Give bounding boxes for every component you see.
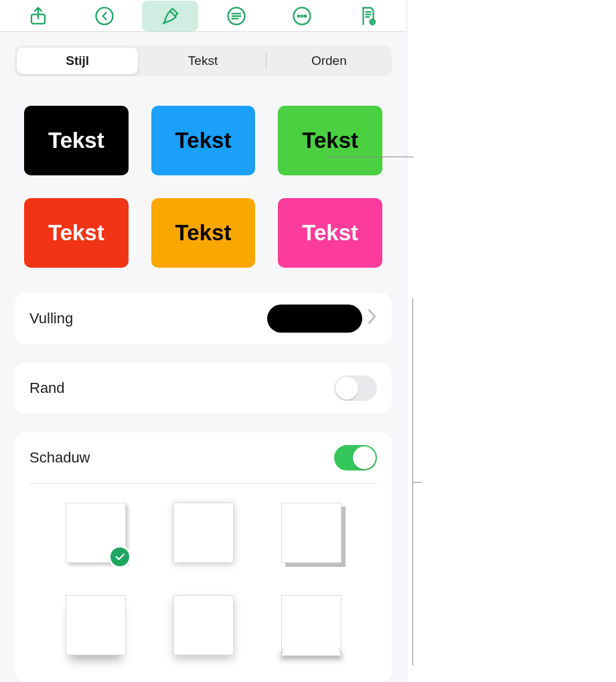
preset-label: Tekst xyxy=(302,220,358,246)
preset-label: Tekst xyxy=(48,220,104,246)
fill-value-group xyxy=(267,305,377,333)
tab-arrange[interactable]: Orden xyxy=(266,46,392,76)
border-card: Rand xyxy=(15,363,392,414)
shadow-option-6[interactable] xyxy=(281,595,341,655)
format-brush-icon[interactable] xyxy=(142,1,198,31)
preset-label: Tekst xyxy=(302,128,358,153)
style-presets-grid: Tekst Tekst Tekst Tekst Tekst Tekst xyxy=(0,76,406,273)
shadow-option-5[interactable] xyxy=(173,595,234,655)
fill-row[interactable]: Vulling xyxy=(15,293,392,344)
tab-text[interactable]: Tekst xyxy=(140,46,265,76)
shadow-toggle[interactable] xyxy=(334,445,377,471)
preset-black[interactable]: Tekst xyxy=(24,106,129,175)
border-label: Rand xyxy=(29,379,65,397)
document-view-icon[interactable] xyxy=(340,1,396,31)
shadow-option-3[interactable] xyxy=(281,503,341,563)
border-toggle[interactable] xyxy=(334,375,377,401)
format-inspector-panel: Stijl Tekst Orden Tekst Tekst Tekst Teks… xyxy=(0,0,407,682)
shadow-label: Schaduw xyxy=(29,449,90,466)
callout-bracket-tick xyxy=(412,482,422,483)
preset-orange[interactable]: Tekst xyxy=(151,198,256,268)
settings-section: Vulling Rand Schaduw xyxy=(0,273,406,682)
shadow-option-1[interactable] xyxy=(66,503,126,563)
fill-label: Vulling xyxy=(29,310,73,327)
undo-icon[interactable] xyxy=(76,1,133,31)
preset-green[interactable]: Tekst xyxy=(278,106,382,175)
inspector-tabs: Stijl Tekst Orden xyxy=(0,32,406,76)
svg-point-7 xyxy=(298,15,300,17)
preset-red[interactable]: Tekst xyxy=(24,198,129,268)
border-row: Rand xyxy=(15,363,392,414)
top-toolbar xyxy=(0,0,406,32)
shadow-option-4[interactable] xyxy=(66,595,126,655)
segmented-control: Stijl Tekst Orden xyxy=(15,46,392,76)
shadow-row: Schaduw xyxy=(15,432,392,483)
shadow-options-grid xyxy=(15,484,392,682)
menu-lines-icon[interactable] xyxy=(208,1,264,31)
more-icon[interactable] xyxy=(274,1,330,31)
svg-point-1 xyxy=(96,7,112,24)
share-icon[interactable] xyxy=(10,1,66,31)
callout-line xyxy=(325,157,414,157)
shadow-option-2[interactable] xyxy=(173,503,234,563)
checkmark-icon xyxy=(108,545,131,568)
fill-card: Vulling xyxy=(15,293,392,344)
preset-label: Tekst xyxy=(48,128,104,153)
tab-label: Stijl xyxy=(66,54,89,68)
preset-label: Tekst xyxy=(175,220,232,246)
shadow-card: Schaduw xyxy=(15,432,392,682)
tab-label: Tekst xyxy=(188,54,218,68)
tab-label: Orden xyxy=(311,54,347,68)
chevron-right-icon xyxy=(366,309,377,329)
preset-blue[interactable]: Tekst xyxy=(151,106,256,175)
tab-style[interactable]: Stijl xyxy=(15,46,140,76)
preset-pink[interactable]: Tekst xyxy=(278,198,382,268)
fill-swatch[interactable] xyxy=(267,305,362,333)
svg-point-9 xyxy=(305,15,307,17)
preset-label: Tekst xyxy=(175,128,232,153)
svg-point-8 xyxy=(301,15,303,17)
svg-point-14 xyxy=(372,21,374,23)
